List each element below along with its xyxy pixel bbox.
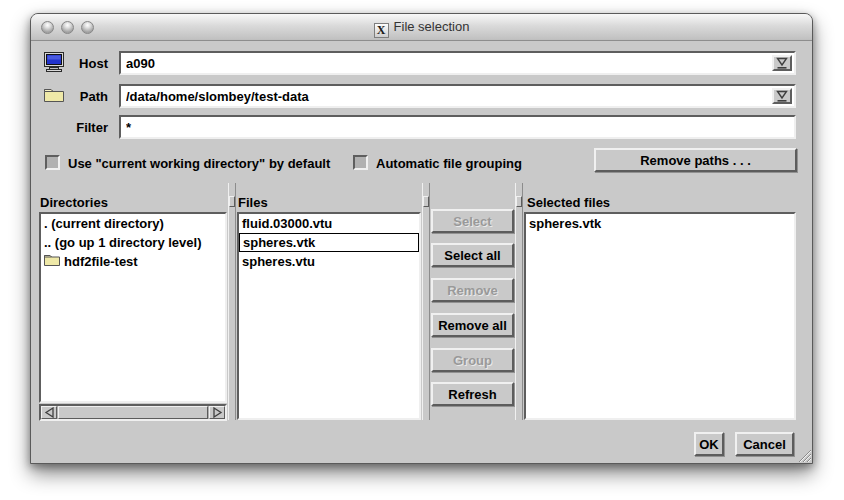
filter-field <box>119 115 796 139</box>
scrollbar-thumb[interactable] <box>58 406 208 419</box>
splitter <box>515 183 523 420</box>
path-field <box>119 84 796 108</box>
auto-grouping-checkbox[interactable] <box>353 155 368 170</box>
path-label: Path <box>41 89 108 104</box>
splitter <box>422 183 430 420</box>
filter-label: Filter <box>41 120 108 135</box>
directories-list: . (current directory) .. (go up 1 direct… <box>39 212 227 403</box>
ok-button[interactable]: OK <box>694 432 724 456</box>
window-title-text: File selection <box>394 19 470 34</box>
chevron-down-icon <box>776 57 788 69</box>
path-dropdown-button[interactable] <box>772 88 792 104</box>
filter-input[interactable] <box>123 119 792 135</box>
cwd-checkbox-label: Use "current working directory" by defau… <box>68 156 330 171</box>
list-item[interactable]: hdf2file-test <box>41 252 225 271</box>
host-field <box>119 51 796 75</box>
splitter-handle[interactable] <box>423 196 429 207</box>
arrow-left-icon <box>44 407 55 418</box>
select-button[interactable]: Select <box>431 209 514 233</box>
chevron-down-icon <box>776 90 788 102</box>
files-list: fluid.03000.vtu spheres.vtk spheres.vtu <box>237 212 421 420</box>
window-title: XFile selection <box>31 19 812 38</box>
host-label: Host <box>41 56 108 71</box>
resize-grip[interactable] <box>796 448 811 462</box>
list-item[interactable]: .. (go up 1 directory level) <box>41 233 225 252</box>
titlebar[interactable]: XFile selection <box>31 14 812 41</box>
file-selection-window: XFile selection Host Path <box>30 13 813 464</box>
remove-paths-button[interactable]: Remove paths . . . <box>594 148 797 172</box>
files-header: Files <box>238 195 268 210</box>
x11-app-icon: X <box>374 23 389 38</box>
splitter-handle[interactable] <box>516 196 522 207</box>
path-input[interactable] <box>123 88 770 104</box>
folder-icon <box>44 252 60 271</box>
auto-grouping-label: Automatic file grouping <box>376 156 522 171</box>
desktop: { "window": { "title": "File selection",… <box>0 0 844 500</box>
remove-button[interactable]: Remove <box>431 278 514 302</box>
cwd-checkbox[interactable] <box>45 155 60 170</box>
refresh-button[interactable]: Refresh <box>431 382 514 406</box>
arrow-right-icon <box>212 407 223 418</box>
list-item[interactable]: fluid.03000.vtu <box>239 214 419 233</box>
list-item[interactable]: . (current directory) <box>41 214 225 233</box>
list-item-selected[interactable]: spheres.vtk <box>239 233 419 252</box>
resize-grip-icon <box>796 448 811 462</box>
list-item[interactable]: spheres.vtu <box>239 252 419 271</box>
group-button[interactable]: Group <box>431 348 514 372</box>
host-dropdown-button[interactable] <box>772 55 792 71</box>
directories-horizontal-scrollbar <box>39 404 227 421</box>
cancel-button[interactable]: Cancel <box>735 432 794 456</box>
splitter <box>228 183 236 420</box>
remove-all-button[interactable]: Remove all <box>431 313 514 337</box>
host-input[interactable] <box>123 55 770 71</box>
select-all-button[interactable]: Select all <box>431 243 514 267</box>
splitter-handle[interactable] <box>229 196 235 207</box>
list-item[interactable]: spheres.vtk <box>526 214 794 233</box>
scroll-right-button[interactable] <box>209 406 225 419</box>
scroll-left-button[interactable] <box>41 406 57 419</box>
selected-files-header: Selected files <box>527 195 610 210</box>
selected-files-list: spheres.vtk <box>524 212 796 420</box>
directories-header: Directories <box>40 195 108 210</box>
